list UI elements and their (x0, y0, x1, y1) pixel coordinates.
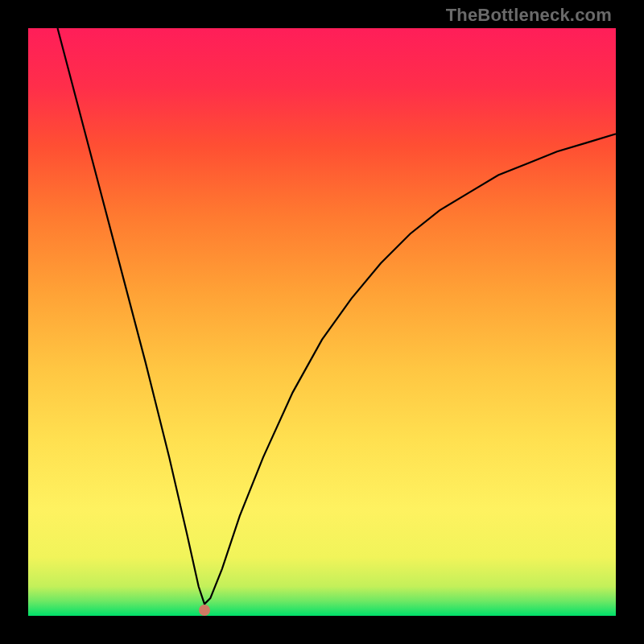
optimum-point-marker (199, 605, 210, 616)
bottleneck-curve (28, 28, 616, 616)
plot-area (28, 28, 616, 616)
attribution-label: TheBottleneck.com (446, 5, 612, 26)
chart-frame: TheBottleneck.com (0, 0, 644, 644)
